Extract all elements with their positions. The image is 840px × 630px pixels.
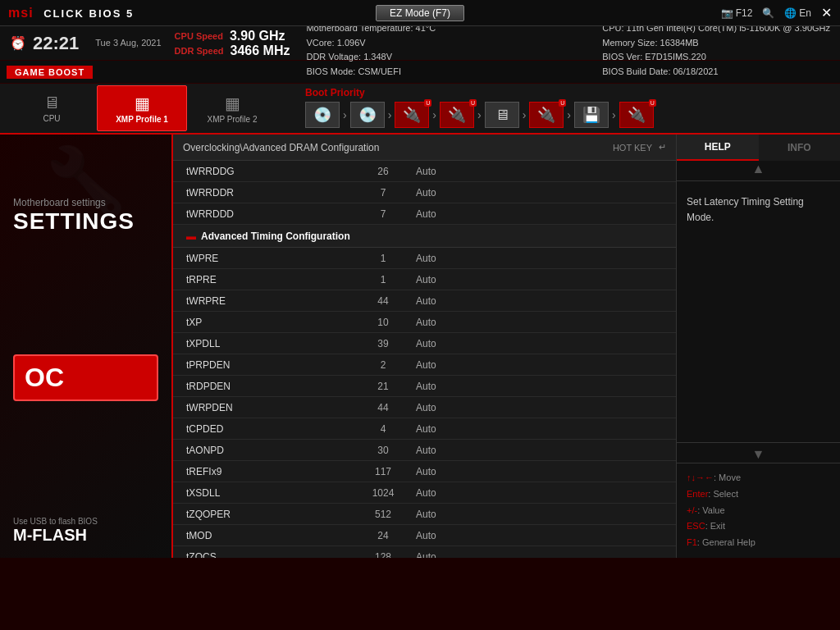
table-row[interactable]: tWRRDDD 7 Auto [173, 203, 676, 225]
mflash-section[interactable]: Use USB to flash BIOS M-FLASH [13, 517, 158, 545]
back-icon[interactable]: ↵ [659, 142, 666, 153]
ez-mode-button[interactable]: EZ Mode (F7) [376, 5, 464, 21]
table-row[interactable]: tAONPD 30 Auto [173, 440, 676, 461]
left-sidebar: 🔧 Motherboard settings SETTINGS OC Use U… [0, 135, 173, 558]
temp-row-3: VCore: 1.096V [306, 36, 436, 51]
table-row[interactable]: tXPDLL 39 Auto [173, 333, 676, 354]
search-button[interactable]: 🔍 [762, 7, 774, 19]
table-row[interactable]: tZQOPER 512 Auto [173, 504, 676, 525]
xmp2-profile-label: XMP Profile 2 [208, 115, 258, 124]
key-f1: F1: General Help [687, 535, 830, 551]
top-bar: msi CLICK BIOS 5 EZ Mode (F7) 📷 F12 🔍 🌐 … [0, 0, 840, 26]
boot-arrow-3: › [432, 108, 436, 121]
section-title: Advanced Timing Configuration [201, 231, 350, 242]
table-row[interactable]: tREFIx9 117 Auto [173, 461, 676, 482]
clock-icon: ⏰ [10, 35, 26, 51]
right-panel-tabs: HELP INFO [677, 135, 840, 161]
clock-section: ⏰ 22:21 [10, 33, 79, 54]
boot-device-4[interactable]: 🔌U [440, 102, 474, 128]
table-row[interactable]: tXSDLL 1024 Auto [173, 482, 676, 504]
table-row[interactable]: tMOD 24 Auto [173, 525, 676, 546]
globe-icon: 🌐 [784, 7, 797, 19]
key-move: ↑↓→←: Move [687, 470, 830, 486]
settings-label: Motherboard settings [13, 197, 158, 208]
key-enter: Enter: Select [687, 486, 830, 503]
scroll-up-button[interactable]: ▲ [677, 161, 840, 177]
breadcrumb: Overclocking\Advanced DRAM Configuration [183, 142, 379, 153]
boot-device-2[interactable]: 💿 [350, 102, 385, 128]
language-button[interactable]: 🌐 En [784, 7, 811, 19]
advanced-timing-header[interactable]: ▬ Advanced Timing Configuration [173, 225, 676, 248]
help-content: Set Latency Timing Setting Mode. [677, 185, 840, 439]
cpu-speed-label: CPU Speed [175, 31, 223, 41]
table-row[interactable]: tPRPDEN 2 Auto [173, 354, 676, 376]
ddr-speed-value: 3466 MHz [231, 43, 290, 58]
settings-section[interactable]: Motherboard settings SETTINGS [13, 197, 158, 235]
date-section: Tue 3 Aug, 2021 [95, 37, 161, 49]
table-row[interactable]: tWPRE 1 Auto [173, 248, 676, 269]
speed-section: CPU Speed 3.90 GHz DDR Speed 3466 MHz [175, 29, 290, 58]
table-row[interactable]: tWRPRE 44 Auto [173, 290, 676, 312]
temp-row-4: DDR Voltage: 1.348V [306, 50, 436, 65]
table-row[interactable]: tWRRDDG 26 Auto [173, 161, 676, 182]
help-text: Set Latency Timing Setting Mode. [687, 196, 804, 223]
boot-arrow-1: › [343, 108, 347, 121]
boot-arrow-7: › [612, 108, 616, 121]
boot-device-3[interactable]: 🔌U [395, 102, 429, 128]
table-row[interactable]: tWRPDEN 44 Auto [173, 397, 676, 418]
table-row[interactable]: tWRRDDR 7 Auto [173, 182, 676, 203]
table-row[interactable]: tZQCS 128 Auto [173, 546, 676, 558]
key-legend: ↑↓→←: Move Enter: Select +/-: Value ESC:… [677, 463, 840, 558]
top-right: 📷 F12 🔍 🌐 En ✕ [721, 5, 832, 21]
collapse-icon[interactable]: ▬ [186, 231, 196, 242]
mflash-title: M-FLASH [13, 526, 158, 545]
oc-label: OC [25, 363, 147, 393]
boot-arrow-6: › [567, 108, 571, 121]
table-area: tWRRDDG 26 Auto tWRRDDR 7 Auto tWRRDDD 7… [173, 161, 676, 558]
msi-logo: msi CLICK BIOS 5 [8, 6, 134, 21]
settings-title: SETTINGS [13, 208, 158, 235]
table-row[interactable]: tCPDED 4 Auto [173, 418, 676, 440]
cpu-speed-value: 3.90 GHz [230, 29, 285, 43]
boot-device-8[interactable]: 🔌U [619, 102, 654, 128]
key-esc: ESC: Exit [687, 518, 830, 535]
oc-section[interactable]: OC [13, 354, 158, 401]
sys-info-3: Memory Size: 16384MB [602, 36, 830, 51]
help-tab[interactable]: HELP [677, 135, 759, 161]
close-button[interactable]: ✕ [821, 5, 832, 21]
boot-device-1[interactable]: 💿 [305, 102, 340, 128]
search-icon: 🔍 [762, 7, 774, 19]
main-content: 🔧 Motherboard settings SETTINGS OC Use U… [0, 135, 840, 558]
boot-arrow-5: › [523, 108, 527, 121]
key-value: +/-: Value [687, 503, 830, 519]
center-content: Overclocking\Advanced DRAM Configuration… [173, 135, 676, 558]
profile-xmp2[interactable]: ▦ XMP Profile 2 [187, 85, 277, 131]
boot-priority-label: Boot Priority [305, 87, 830, 98]
table-row[interactable]: tRDPDEN 21 Auto [173, 376, 676, 397]
boot-device-6[interactable]: 🔌U [529, 102, 564, 128]
cpu-profile-icon: 🖥 [43, 94, 60, 112]
right-panel: HELP INFO ▲ Set Latency Timing Setting M… [676, 135, 840, 558]
boot-device-5[interactable]: 🖥 [485, 102, 519, 128]
date-display: Tue 3 Aug, 2021 [95, 37, 161, 49]
camera-icon: 📷 [721, 7, 733, 19]
table-row[interactable]: tRPRE 1 Auto [173, 269, 676, 290]
game-boost-label[interactable]: GAME BOOST [7, 66, 93, 79]
ddr-speed-label: DDR Speed [175, 46, 224, 56]
boot-device-7[interactable]: 💾 [574, 102, 609, 128]
sys-info-4: BIOS Ver: E7D15IMS.220 [602, 50, 830, 65]
info-bar: ⏰ 22:21 Tue 3 Aug, 2021 CPU Speed 3.90 G… [0, 26, 840, 61]
profile-xmp1[interactable]: ▦ XMP Profile 1 [97, 85, 187, 131]
hotkey-button[interactable]: HOT KEY [613, 143, 652, 153]
info-tab[interactable]: INFO [759, 135, 841, 161]
xmp1-profile-label: XMP Profile 1 [116, 115, 168, 124]
mflash-label: Use USB to flash BIOS [13, 517, 158, 526]
cpu-profile-label: CPU [43, 114, 60, 123]
screenshot-button[interactable]: 📷 F12 [721, 7, 753, 19]
scroll-down-button[interactable]: ▼ [677, 446, 840, 463]
profile-bar: 🖥 CPU ▦ XMP Profile 1 ▦ XMP Profile 2 [0, 84, 295, 133]
sys-info-5: BIOS Build Date: 06/18/2021 [602, 65, 830, 80]
table-row[interactable]: tXP 10 Auto [173, 312, 676, 333]
panel-divider-top [677, 180, 840, 181]
profile-cpu[interactable]: 🖥 CPU [7, 85, 97, 131]
